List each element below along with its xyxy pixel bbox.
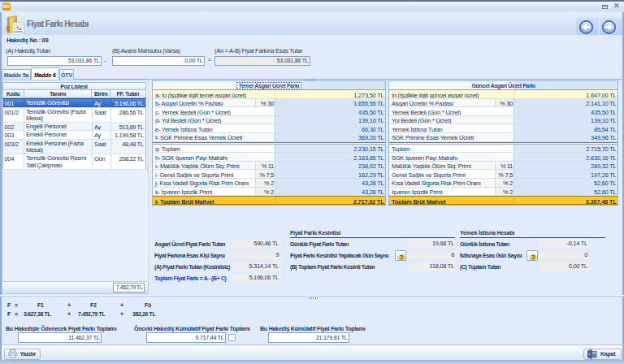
svg-text:?: ? [531, 254, 535, 261]
svg-text:?: ? [399, 254, 403, 261]
